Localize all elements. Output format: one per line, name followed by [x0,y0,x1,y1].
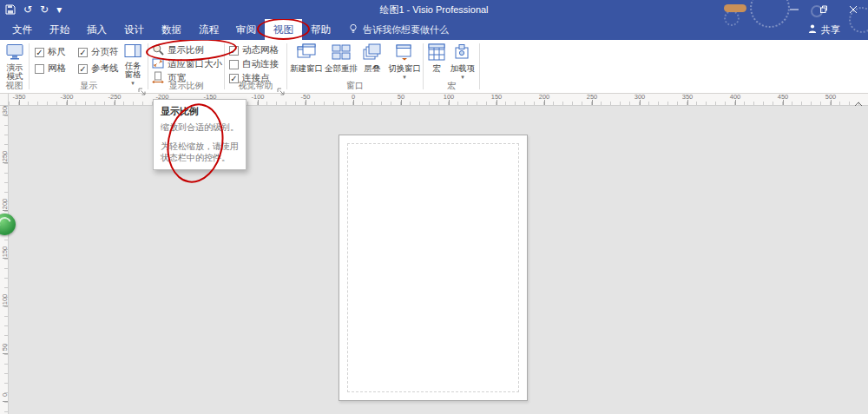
dynamic-grid-checkbox[interactable]: ✓ 动态网格 [229,44,279,56]
group-label-show: 显示 [30,80,148,92]
zoom-button[interactable]: 显示比例 [152,43,227,56]
task-panes-label: 任务窗格 [123,62,142,79]
ribbon-group-view: 演示模式 视图 [0,40,29,93]
tab-view[interactable]: 视图 [265,19,302,40]
cascade-label: 层叠 [365,64,381,73]
guides-checkbox[interactable]: ✓ 参考线 [78,62,119,75]
tab-process[interactable]: 流程 [190,19,227,40]
tooltip-body-line1: 缩放到合适的级别。 [161,122,239,133]
tell-me-bulb-icon [348,23,358,36]
tab-view-label: 视图 [273,24,293,35]
collapse-ribbon-button[interactable] [854,95,863,110]
tab-design[interactable]: 设计 [115,19,153,40]
vertical-ruler: 300250200150100500 [0,106,9,414]
group-label-zoom: 显示比例 [148,80,224,92]
new-window-icon [297,43,316,62]
cascade-button[interactable]: 层叠 [359,42,385,85]
drawing-page[interactable] [339,135,528,401]
tell-me-search[interactable]: 告诉我你想要做什么 [348,19,449,40]
tab-home[interactable]: 开始 [41,19,78,40]
tooltip-body-line2: 为轻松缩放，请使用状态栏中的控件。 [161,141,239,163]
macros-button[interactable]: 宏 [426,42,447,85]
grid-checkbox[interactable]: 网格 [35,62,66,75]
macros-grid-icon [428,43,445,62]
minimize-button[interactable] [779,0,809,19]
macros-label: 宏 [432,64,441,73]
presentation-mode-button[interactable]: 演示模式 [2,42,28,85]
share-label: 共享 [821,23,840,36]
group-separator [479,43,480,89]
presentation-mode-label: 演示模式 [5,63,24,81]
ribbon-group-window: 新建窗口 全部重排 层叠 切换窗口 ▾ 窗口 [287,40,423,93]
ribbon-group-macros: 宏 加载项 ▾ 宏 [424,40,479,93]
checkbox-icon: ✓ [78,64,88,74]
ribbon-group-visual-aids: ✓ 动态网格 自动连接 ✓ 连接点 视觉帮助 [225,40,286,93]
task-pane-icon [124,43,141,60]
new-window-label: 新建窗口 [290,64,323,73]
tab-review[interactable]: 审阅 [227,19,265,40]
ribbon: 演示模式 视图 ✓ 标尺 网格 ✓ 分页符 ✓ 参考线 [0,40,868,94]
checkbox-icon: ✓ [35,48,44,57]
page-margin-guide [347,143,519,392]
zoom-tooltip: 显示比例 缩放到合适的级别。 为轻松缩放，请使用状态栏中的控件。 [153,99,247,170]
page-breaks-checkbox[interactable]: ✓ 分页符 [78,46,119,58]
new-window-button[interactable]: 新建窗口 [290,42,323,85]
ribbon-group-zoom: 显示比例 适应窗口大小 页宽 显示比例 [148,40,224,93]
ribbon-group-show: ✓ 标尺 网格 ✓ 分页符 ✓ 参考线 任务窗格 ▾ 显示 [30,40,148,93]
group-label-macros: 宏 [424,80,479,92]
arrange-all-label: 全部重排 [325,64,358,73]
page-breaks-checkbox-label: 分页符 [91,46,119,58]
dynamic-grid-label: 动态网格 [242,44,279,56]
titlebar: ↺ ↻ ▾ 绘图1 - Visio Professional [0,0,868,19]
checkbox-icon [35,64,44,74]
redo-icon[interactable]: ↻ [40,4,49,15]
addins-button[interactable]: 加载项 ▾ [449,42,477,85]
arrange-all-icon [332,43,351,62]
tab-data[interactable]: 数据 [153,19,190,40]
user-account-badge[interactable] [724,4,746,12]
checkbox-icon [229,60,239,69]
monitor-icon [5,43,24,62]
zoom-button-label: 显示比例 [168,44,204,56]
customize-qat-caret-icon[interactable]: ▾ [56,4,62,15]
drawing-canvas [9,106,868,414]
ruler-checkbox-label: 标尺 [48,46,66,58]
show-dialog-launcher[interactable] [138,83,146,91]
undo-icon[interactable]: ↺ [23,4,32,15]
group-label-view: 视图 [0,80,29,92]
person-icon [807,23,818,36]
visual-aids-dialog-launcher[interactable] [277,83,285,91]
grid-checkbox-label: 网格 [48,62,66,75]
addins-icon [454,43,471,62]
save-icon[interactable] [5,4,16,15]
switch-windows-icon [395,43,414,62]
tab-insert[interactable]: 插入 [78,19,115,40]
fit-to-window-label: 适应窗口大小 [168,58,222,70]
ribbon-tab-row: 文件 开始 插入 设计 数据 流程 审阅 视图 帮助 告诉我你想要做什么 共享 [0,19,868,40]
fit-window-icon [152,57,164,71]
autoconnect-label: 自动连接 [242,58,279,70]
guides-checkbox-label: 参考线 [91,62,119,75]
tooltip-title: 显示比例 [161,105,239,118]
switch-windows-label: 切换窗口 [388,64,421,73]
fit-to-window-button[interactable]: 适应窗口大小 [152,57,222,70]
ruler-corner [0,94,9,106]
quick-access-toolbar: ↺ ↻ ▾ [5,0,62,19]
task-panes-button[interactable]: 任务窗格 ▾ [119,42,147,85]
restore-button[interactable] [809,0,838,19]
tab-help[interactable]: 帮助 [302,19,339,40]
visio-window: ↺ ↻ ▾ 绘图1 - Visio Professional 文件 开始 插入 … [0,0,868,414]
switch-windows-button[interactable]: 切换窗口 ▾ [387,42,422,85]
arrange-all-button[interactable]: 全部重排 [325,42,358,85]
checkbox-icon: ✓ [229,46,239,56]
window-controls [779,0,868,19]
tab-file[interactable]: 文件 [3,19,41,40]
magnifier-icon [152,43,164,57]
autoconnect-checkbox[interactable]: 自动连接 [229,58,279,70]
tell-me-text: 告诉我你想要做什么 [363,23,449,36]
share-button[interactable]: 共享 [807,19,840,40]
horizontal-ruler: -350-300-250-200-150-100-500501001502002… [9,94,868,106]
close-button[interactable] [838,0,868,19]
checkbox-icon: ✓ [78,48,88,57]
ruler-checkbox[interactable]: ✓ 标尺 [35,46,66,58]
